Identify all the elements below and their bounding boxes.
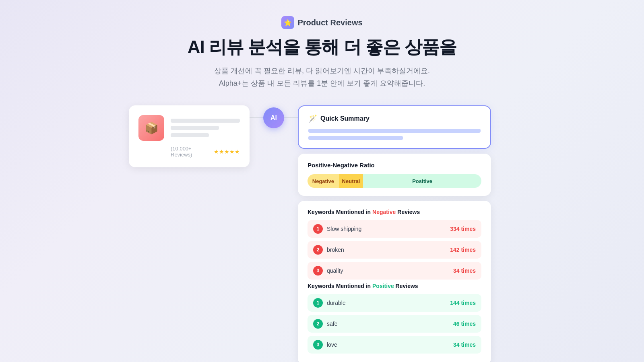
main-content: 📦 (10,000+ Reviews) ★★★★★ AI 🪄 Quick Sum	[129, 105, 515, 362]
positive-badge-3: 3	[313, 340, 323, 350]
product-line-2	[171, 126, 219, 130]
quick-summary-header: 🪄 Quick Summary	[308, 114, 481, 123]
ratio-bar: Negative Neutral Positive	[308, 174, 481, 188]
ratio-title: Positive-Negative Ratio	[308, 162, 481, 169]
positive-count-3: 34 times	[453, 341, 476, 348]
positive-badge-2: 2	[313, 319, 323, 329]
ai-connector: AI	[250, 117, 298, 118]
positive-keyword-2: 2 safe 46 times	[308, 315, 481, 333]
summary-icon: 🪄	[308, 114, 317, 123]
product-thumbnail: 📦	[138, 115, 164, 141]
negative-section-title: Keywords Mentioned in Negative Reviews	[308, 209, 481, 215]
positive-count-1: 144 times	[450, 300, 476, 306]
keyword-name-1: Slow shipping	[327, 226, 361, 232]
keyword-badge-3: 3	[313, 266, 323, 276]
positive-name-3: love	[327, 341, 337, 348]
summary-line-1	[308, 129, 481, 133]
product-lines	[171, 119, 240, 137]
positive-section-title: Keywords Mentioned in Positive Reviews	[308, 283, 481, 289]
bar-neutral: Neutral	[339, 174, 363, 188]
keyword-count-1: 334 times	[450, 226, 476, 232]
negative-keyword-3: 3 quality 34 times	[308, 262, 481, 280]
header-title: Product Reviews	[297, 18, 362, 27]
keyword-count-3: 34 times	[453, 267, 476, 274]
summary-title: Quick Summary	[320, 115, 369, 122]
positive-name-1: durable	[327, 300, 346, 306]
review-count: (10,000+ Reviews)	[171, 146, 211, 158]
positive-badge-1: 1	[313, 298, 323, 308]
bar-negative: Negative	[308, 174, 339, 188]
right-panel: 🪄 Quick Summary Positive-Negative Ratio …	[298, 105, 491, 362]
product-reviews-row: (10,000+ Reviews) ★★★★★	[138, 146, 240, 158]
ratio-card: Positive-Negative Ratio Negative Neutral…	[298, 154, 491, 196]
keyword-count-2: 142 times	[450, 247, 476, 253]
positive-count-2: 46 times	[453, 321, 476, 327]
positive-name-2: safe	[327, 321, 337, 327]
hero-title: AI 리뷰 분석을 통해 더 좋은 상품을	[188, 35, 456, 59]
keyword-name-3: quality	[327, 267, 343, 274]
negative-keyword-1: 1 Slow shipping 334 times	[308, 220, 481, 238]
ai-button[interactable]: AI	[263, 107, 284, 128]
keyword-badge-2: 2	[313, 245, 323, 255]
product-line-3	[171, 133, 209, 137]
right-panel-wrapper: 🪄 Quick Summary Positive-Negative Ratio …	[298, 105, 491, 362]
negative-keyword-2: 2 broken 142 times	[308, 241, 481, 259]
product-line-1	[171, 119, 240, 123]
star-rating: ★★★★★	[214, 148, 240, 155]
hero-subtitle: 상품 개선에 꼭 필요한 리뷰, 다 읽어보기엔 시간이 부족하실거에요. Al…	[214, 65, 430, 89]
summary-line-2	[308, 136, 403, 140]
product-card: 📦 (10,000+ Reviews) ★★★★★	[129, 105, 250, 167]
bar-positive: Positive	[363, 174, 481, 188]
positive-keyword-1: 1 durable 144 times	[308, 294, 481, 312]
positive-keyword-3: 3 love 34 times	[308, 336, 481, 354]
quick-summary-card: 🪄 Quick Summary	[298, 105, 491, 149]
keywords-card: Keywords Mentioned in Negative Reviews 1…	[298, 201, 491, 362]
keyword-name-2: broken	[327, 247, 344, 253]
keyword-badge-1: 1	[313, 224, 323, 234]
header-badge: ⭐ Product Reviews	[281, 16, 362, 29]
badge-icon: ⭐	[281, 16, 294, 29]
